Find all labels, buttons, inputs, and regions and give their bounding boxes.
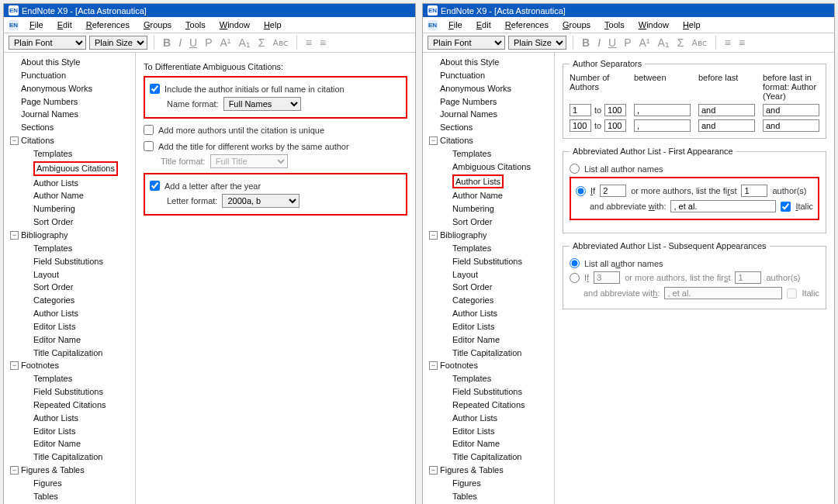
tree-item[interactable]: Layout xyxy=(423,268,554,281)
tree-label[interactable]: About this Style xyxy=(21,57,80,68)
menu-tools[interactable]: Tools xyxy=(179,19,212,31)
menu-tools[interactable]: Tools xyxy=(598,19,631,31)
collapse-icon[interactable]: − xyxy=(429,136,438,145)
tree-label[interactable]: Numbering xyxy=(452,203,494,215)
tree-label[interactable]: Citations xyxy=(21,135,54,147)
bold-icon[interactable]: B xyxy=(580,36,592,49)
letter-format-select[interactable]: 2000a, b xyxy=(222,194,300,208)
tree-label[interactable]: Journal Names xyxy=(440,109,497,120)
tree-label[interactable]: Punctuation xyxy=(21,70,66,81)
first-italic-check[interactable] xyxy=(781,202,791,212)
tree-label[interactable]: Field Substitutions xyxy=(33,386,103,398)
tree-label[interactable]: Page Numbers xyxy=(440,96,497,108)
tree-label[interactable]: Author Lists xyxy=(33,308,78,319)
tree-item[interactable]: Sections xyxy=(423,121,554,134)
tree-label[interactable]: Templates xyxy=(452,373,491,385)
tree-item[interactable]: Punctuation xyxy=(4,69,135,82)
tree-label[interactable]: Author Lists xyxy=(452,308,497,319)
tree-item[interactable]: Field Substitutions xyxy=(4,385,135,399)
tree-item[interactable]: Templates xyxy=(423,372,554,385)
menu-window[interactable]: Window xyxy=(213,19,256,31)
tree-item[interactable]: Layout xyxy=(4,268,135,281)
tree-label[interactable]: Footnotes xyxy=(21,360,59,371)
tree-item[interactable]: Editor Name xyxy=(4,333,135,347)
tree-label[interactable]: Title Capitalization xyxy=(452,451,521,463)
add-letter-checkbox[interactable] xyxy=(150,181,160,191)
tree-label[interactable]: Journal Names xyxy=(21,109,78,120)
tree-label[interactable]: Editor Lists xyxy=(33,321,75,333)
collapse-icon[interactable]: − xyxy=(10,231,19,240)
tree-label[interactable]: Sort Order xyxy=(33,216,73,228)
tree-item[interactable]: Templates xyxy=(4,372,135,385)
subs-list-all-radio[interactable] xyxy=(570,258,580,268)
tree-label[interactable]: Punctuation xyxy=(440,70,485,81)
collapse-icon[interactable]: − xyxy=(429,361,438,370)
tree-item[interactable]: Author Lists xyxy=(423,174,554,190)
align-icon[interactable]: ≡ xyxy=(303,36,314,49)
tree-label[interactable]: Sections xyxy=(21,122,54,133)
collapse-icon[interactable]: − xyxy=(10,361,19,370)
tree-label[interactable]: Numbering xyxy=(33,203,75,215)
align2-icon[interactable]: ≡ xyxy=(317,36,328,49)
tree-label[interactable]: Footnotes xyxy=(440,360,478,371)
tree-item[interactable]: Templates xyxy=(423,147,554,161)
tree-item[interactable]: Numbering xyxy=(423,202,554,216)
subscript-icon[interactable]: A₁ xyxy=(655,36,671,49)
tree-item[interactable]: Author Lists xyxy=(4,412,135,425)
menu-file[interactable]: File xyxy=(23,19,50,31)
tree-label[interactable]: Repeated Citations xyxy=(452,399,525,411)
first-list-all-radio[interactable] xyxy=(570,164,580,174)
tree-label[interactable]: Sort Order xyxy=(452,216,492,228)
tree-label[interactable]: Editor Name xyxy=(33,334,81,346)
tree-item[interactable]: Author Name xyxy=(423,189,554,202)
tree-label[interactable]: Tables xyxy=(33,491,58,502)
tree-item[interactable]: −Citations xyxy=(423,134,554,147)
row1-to[interactable] xyxy=(604,104,626,116)
tree-label[interactable]: Ambiguous Citations xyxy=(33,161,118,176)
tree-label[interactable]: Figures & Tables xyxy=(21,464,85,476)
row2-before[interactable] xyxy=(698,119,755,132)
tree-label[interactable]: Citations xyxy=(440,135,473,147)
bold-icon[interactable]: B xyxy=(161,36,173,49)
symbol-icon[interactable]: Σ xyxy=(675,36,687,49)
tree-label[interactable]: Templates xyxy=(452,243,491,254)
tree-label[interactable]: Layout xyxy=(452,269,478,281)
row1-from[interactable] xyxy=(570,104,591,116)
tree-item[interactable]: Categories xyxy=(423,294,554,307)
plain-icon[interactable]: P xyxy=(622,36,633,49)
superscript-icon[interactable]: A¹ xyxy=(217,36,233,49)
first-list-n[interactable] xyxy=(741,185,767,197)
tree-item[interactable]: Editor Lists xyxy=(423,425,554,438)
tree-item[interactable]: Field Substitutions xyxy=(423,255,554,268)
style-tree[interactable]: About this StylePunctuationAnonymous Wor… xyxy=(4,53,136,504)
tree-item[interactable]: −Bibliography xyxy=(4,229,135,242)
tree-item[interactable]: Sort Order xyxy=(4,281,135,294)
tree-item[interactable]: Editor Lists xyxy=(423,320,554,333)
tree-item[interactable]: Anonymous Works xyxy=(423,82,554,95)
tree-item[interactable]: Tables xyxy=(423,490,554,503)
tree-item[interactable]: Editor Name xyxy=(423,333,554,347)
tree-item[interactable]: Editor Name xyxy=(4,437,135,450)
tree-label[interactable]: Title Capitalization xyxy=(452,347,521,359)
tree-item[interactable]: Page Numbers xyxy=(4,95,135,109)
tree-item[interactable]: Templates xyxy=(4,147,135,161)
row1-before-fmt[interactable] xyxy=(763,104,819,116)
tree-label[interactable]: Anonymous Works xyxy=(440,83,511,95)
row2-from[interactable] xyxy=(570,119,591,132)
menu-references[interactable]: References xyxy=(80,19,136,31)
tree-item[interactable]: −Footnotes xyxy=(423,359,554,372)
size-selector[interactable]: Plain Size xyxy=(89,36,147,50)
tree-label[interactable]: Title Capitalization xyxy=(33,451,102,463)
tree-item[interactable]: −Figures & Tables xyxy=(423,464,554,477)
tree-item[interactable]: Author Lists xyxy=(423,412,554,425)
tree-item[interactable]: Editor Name xyxy=(423,437,554,450)
tree-label[interactable]: Templates xyxy=(33,243,72,254)
italic-icon[interactable]: I xyxy=(176,36,184,49)
row1-before[interactable] xyxy=(698,104,755,116)
tree-label[interactable]: Author Lists xyxy=(33,178,78,189)
row1-between[interactable] xyxy=(634,104,691,116)
tree-item[interactable]: −Bibliography xyxy=(423,229,554,242)
menu-groups[interactable]: Groups xyxy=(137,19,178,31)
underline-icon[interactable]: U xyxy=(187,36,199,49)
menu-edit[interactable]: Edit xyxy=(470,19,497,31)
